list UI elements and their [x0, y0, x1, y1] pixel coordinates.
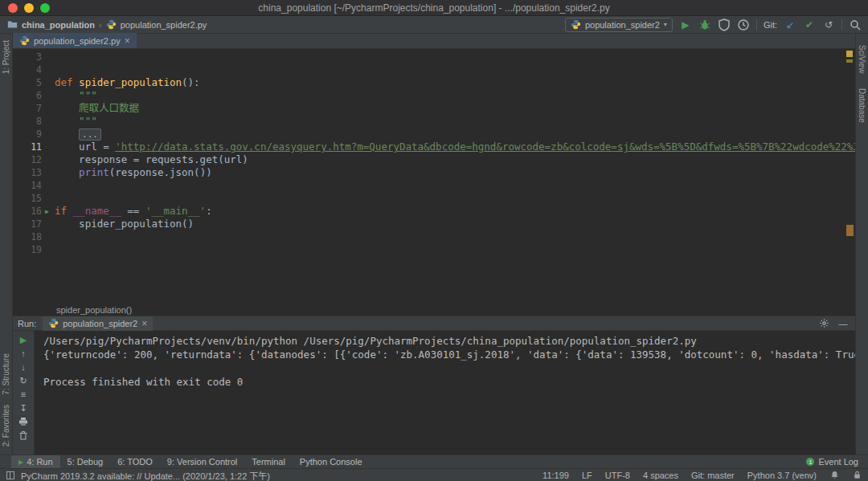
code-line[interactable]: 7 爬取人口数据	[13, 102, 855, 115]
code-line[interactable]: 12 response = requests.get(url)	[13, 153, 855, 166]
toolwindow-switcher-icon[interactable]	[6, 471, 14, 479]
line-separator[interactable]: LF	[582, 471, 592, 480]
toolwindow-run-button[interactable]: ▶ 4: Run	[11, 455, 60, 469]
toolwindow-structure[interactable]: 7: Structure	[2, 353, 10, 395]
git-branch[interactable]: Git: master	[691, 471, 735, 480]
code-line[interactable]: 17 spider_population()	[13, 218, 855, 230]
run-gutter-icon[interactable]: ▶	[45, 206, 49, 218]
toolwindow-python-console-button[interactable]: Python Console	[293, 455, 370, 469]
run-tab-population-spider2[interactable]: population_spider2 ×	[43, 316, 153, 331]
main-toolbar: china_population › population_spider2.py…	[0, 16, 868, 34]
line-number[interactable]: 5	[13, 76, 42, 89]
warning-stripe-mark[interactable]	[846, 51, 853, 57]
code-line[interactable]: 11 url = 'http://data.stats.gov.cn/easyq…	[13, 141, 855, 153]
code-editor[interactable]: 345def spider_population():6 """7 爬取人口数据…	[13, 49, 855, 305]
tab-close-icon[interactable]: ×	[141, 319, 147, 328]
line-number[interactable]: 6	[13, 89, 42, 102]
code-line[interactable]: 16▶if __name__ == '__main__':	[13, 205, 855, 218]
line-number[interactable]: 16	[13, 205, 42, 218]
python-interpreter[interactable]: Python 3.7 (venv)	[747, 471, 817, 480]
scroll-to-end-icon[interactable]: ↧	[18, 403, 29, 414]
indent-style[interactable]: 4 spaces	[643, 471, 678, 480]
run-console[interactable]: /Users/pig/PycharmProjects/venv/bin/pyth…	[35, 331, 855, 455]
code-line[interactable]: 6 """	[13, 89, 855, 102]
code-text: ...	[55, 128, 855, 141]
code-line[interactable]: 19	[13, 243, 855, 256]
softwrap-icon[interactable]: ≡	[18, 389, 29, 400]
restart-icon[interactable]: ↻	[18, 376, 29, 386]
breadcrumb-file[interactable]: population_spider2.py	[121, 20, 207, 30]
clear-console-icon[interactable]	[18, 430, 29, 441]
tab-close-icon[interactable]: ×	[125, 36, 130, 46]
git-commit-button[interactable]: ✔	[803, 18, 816, 31]
code-line[interactable]: 4	[13, 63, 855, 76]
rerun-button[interactable]: ▶	[18, 335, 29, 345]
line-number[interactable]: 19	[13, 243, 42, 256]
run-config-selector[interactable]: population_spider2 ▾	[565, 18, 673, 32]
line-number[interactable]: 11	[13, 141, 42, 153]
settings-gear-icon[interactable]	[818, 318, 829, 329]
event-log-button[interactable]: 1 Event Log	[806, 457, 868, 467]
toolwindow-favorites[interactable]: 2: Favorites	[2, 405, 10, 446]
warning-stripe-mark[interactable]	[846, 59, 853, 63]
code-line[interactable]: 15	[13, 192, 855, 205]
code-line[interactable]: 3	[13, 51, 855, 63]
debug-button[interactable]	[698, 18, 711, 31]
traffic-lights	[8, 3, 50, 13]
code-line[interactable]: 18	[13, 230, 855, 243]
status-message[interactable]: PyCharm 2019.3.2 available: // Update...…	[21, 469, 270, 481]
event-log-label: Event Log	[818, 457, 858, 467]
code-line[interactable]: 8 """	[13, 115, 855, 128]
code-text: url = 'http://data.stats.gov.cn/easyquer…	[55, 141, 855, 153]
code-line[interactable]: 9 ...	[13, 128, 855, 141]
line-number[interactable]: 15	[13, 192, 42, 205]
run-toolbar: ▶ ↑ ↓ ↻ ≡ ↧	[13, 331, 35, 455]
file-encoding[interactable]: UTF-8	[605, 471, 630, 480]
line-number[interactable]: 18	[13, 230, 42, 243]
minimize-window-button[interactable]	[24, 3, 34, 13]
toolwindow-todo-button[interactable]: 6: TODO	[110, 455, 160, 469]
line-number[interactable]: 7	[13, 102, 42, 115]
toolwindow-version-control-button[interactable]: 9: Version Control	[160, 455, 244, 469]
code-line[interactable]: 13 print(response.json())	[13, 166, 855, 179]
line-number[interactable]: 12	[13, 153, 42, 166]
git-update-button[interactable]: ↙	[784, 18, 796, 31]
context-breadcrumb[interactable]: spider_population()	[13, 305, 855, 316]
toolwindow-database[interactable]: Database	[858, 88, 866, 123]
down-stacktrace-icon[interactable]: ↓	[18, 362, 29, 373]
editor-tab-population-spider2[interactable]: population_spider2.py ×	[13, 33, 137, 48]
fullscreen-window-button[interactable]	[40, 3, 50, 13]
hide-panel-icon[interactable]: —	[837, 318, 849, 329]
event-log-badge: 1	[806, 458, 814, 466]
line-number[interactable]: 17	[13, 218, 42, 230]
coverage-button[interactable]	[718, 18, 731, 31]
breadcrumb-project[interactable]: china_population	[22, 20, 95, 30]
readonly-lock-icon[interactable]	[852, 471, 862, 480]
scrollbar-marker[interactable]	[846, 225, 854, 236]
search-everywhere-icon[interactable]	[849, 18, 862, 31]
toolwindow-debug-button[interactable]: 5: Debug	[60, 455, 111, 469]
notifications-bell-icon[interactable]	[829, 471, 839, 480]
console-line: Process finished with exit code 0	[43, 375, 855, 389]
print-icon[interactable]	[18, 417, 29, 427]
run-config-label: population_spider2	[585, 20, 660, 30]
git-revert-button[interactable]: ↺	[822, 18, 835, 31]
line-number[interactable]: 13	[13, 166, 42, 179]
line-number[interactable]: 4	[13, 63, 42, 76]
profiler-button[interactable]	[737, 18, 750, 31]
run-line-icon[interactable]: ▶	[42, 205, 55, 218]
line-number[interactable]: 14	[13, 179, 42, 192]
toolwindow-sciview[interactable]: SciView	[858, 45, 866, 73]
console-line: /Users/pig/PycharmProjects/venv/bin/pyth…	[43, 334, 855, 348]
line-number[interactable]: 9	[13, 128, 42, 141]
close-window-button[interactable]	[8, 3, 18, 13]
line-number[interactable]: 3	[13, 51, 42, 63]
caret-position[interactable]: 11:199	[542, 471, 569, 480]
toolwindow-project[interactable]: 1: Project	[2, 40, 10, 74]
run-button[interactable]: ▶	[679, 18, 692, 31]
line-number[interactable]: 8	[13, 115, 42, 128]
code-line[interactable]: 5def spider_population():	[13, 76, 855, 89]
up-stacktrace-icon[interactable]: ↑	[18, 349, 29, 359]
toolwindow-terminal-button[interactable]: Terminal	[244, 455, 293, 469]
code-line[interactable]: 14	[13, 179, 855, 192]
